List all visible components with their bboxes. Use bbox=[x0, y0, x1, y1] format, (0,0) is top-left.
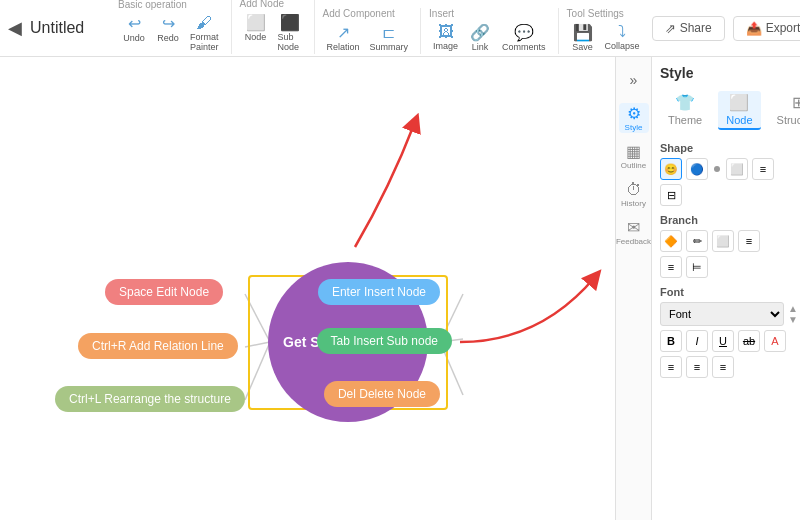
image-icon: 🖼 bbox=[438, 23, 454, 41]
font-section-label: Font bbox=[660, 286, 792, 298]
undo-label: Undo bbox=[123, 33, 145, 43]
align-left-btn[interactable]: ≡ bbox=[660, 356, 682, 378]
redo-label: Redo bbox=[157, 33, 179, 43]
shape-btn-1[interactable]: 😊 bbox=[660, 158, 682, 180]
branch-btn-4[interactable]: ≡ bbox=[738, 230, 760, 252]
format-painter-icon: 🖌 bbox=[196, 14, 212, 32]
toolbar-group-add-node: Add Node⬜Node⬛Sub Node bbox=[232, 0, 315, 54]
undo-icon: ↩ bbox=[128, 14, 141, 33]
summary-icon: ⊏ bbox=[382, 23, 395, 42]
shape-btn-5[interactable]: ⊟ bbox=[660, 184, 682, 206]
image-label: Image bbox=[433, 41, 458, 51]
panel-content: Style 👕 Theme ⬜ Node ⊞ bbox=[652, 57, 800, 520]
font-select[interactable]: Font Arial Times New Roman bbox=[660, 302, 784, 326]
header-actions: ⇗ Share 📤 Export bbox=[652, 16, 800, 41]
canvas[interactable]: Get Started Quickly Space Edit Node Ctrl… bbox=[0, 57, 615, 520]
toolbar-group-label: Insert bbox=[429, 8, 454, 19]
node-icon: ⬜ bbox=[246, 13, 266, 32]
bold-btn[interactable]: B bbox=[660, 330, 682, 352]
branch-btn-1[interactable]: 🔶 bbox=[660, 230, 682, 252]
strikethrough-btn[interactable]: ab bbox=[738, 330, 760, 352]
shape-btn-2[interactable]: 🔵 bbox=[686, 158, 708, 180]
align-right-btn[interactable]: ≡ bbox=[712, 356, 734, 378]
right-node-3[interactable]: Del Delete Node bbox=[324, 381, 440, 407]
shape-section-label: Shape bbox=[660, 142, 792, 154]
share-button[interactable]: ⇗ Share bbox=[652, 16, 725, 41]
save-label: Save bbox=[572, 42, 593, 52]
style-sidebar-icon[interactable]: ⚙ Style bbox=[619, 103, 649, 133]
sub-node-icon: ⬛ bbox=[280, 13, 300, 32]
branch-btn-6[interactable]: ⊨ bbox=[686, 256, 708, 278]
shape-btn-3[interactable]: ⬜ bbox=[726, 158, 748, 180]
feedback-sidebar-icon[interactable]: ✉ Feedback bbox=[619, 217, 649, 247]
underline-btn[interactable]: U bbox=[712, 330, 734, 352]
left-node-1[interactable]: Space Edit Node bbox=[105, 279, 223, 305]
relation-label: Relation bbox=[327, 42, 360, 52]
app-title: Untitled bbox=[30, 19, 110, 37]
toolbar-item-link[interactable]: 🔗Link bbox=[464, 21, 496, 54]
sub-node-label: Sub Node bbox=[278, 32, 302, 52]
back-button[interactable]: ◀ bbox=[8, 17, 22, 39]
toolbar-item-format-painter[interactable]: 🖌Format Painter bbox=[186, 12, 223, 54]
link-label: Link bbox=[472, 42, 489, 52]
toolbar-item-collapse[interactable]: ⤵Collapse bbox=[601, 21, 644, 54]
toolbar-item-node[interactable]: ⬜Node bbox=[240, 11, 272, 54]
history-sidebar-icon[interactable]: ⏱ History bbox=[619, 179, 649, 209]
toolbar-group-insert: Insert🖼Image🔗Link💬Comments bbox=[421, 8, 559, 54]
shape-row: 😊 🔵 ⬜ ≡ ⊟ bbox=[660, 158, 792, 206]
toolbar-item-summary[interactable]: ⊏Summary bbox=[366, 21, 413, 54]
format-row: B I U ab A bbox=[660, 330, 792, 352]
shape-btn-4[interactable]: ≡ bbox=[752, 158, 774, 180]
panel-tabs: 👕 Theme ⬜ Node ⊞ Structure bbox=[660, 91, 792, 130]
summary-label: Summary bbox=[370, 42, 409, 52]
export-icon: 📤 bbox=[746, 21, 762, 36]
outline-sidebar-icon[interactable]: ▦ Outline bbox=[619, 141, 649, 171]
font-color-btn[interactable]: A bbox=[764, 330, 786, 352]
toolbar-item-sub-node[interactable]: ⬛Sub Node bbox=[274, 11, 306, 54]
toolbar-group-label: Add Node bbox=[240, 0, 284, 9]
toolbar-group-tool-settings: Tool Settings💾Save⤵Collapse bbox=[559, 8, 652, 54]
relation-icon: ↗ bbox=[337, 23, 350, 42]
left-node-2[interactable]: Ctrl+R Add Relation Line bbox=[78, 333, 238, 359]
tab-theme[interactable]: 👕 Theme bbox=[660, 91, 710, 130]
toolbar-group-add-component: Add Component↗Relation⊏Summary bbox=[315, 8, 422, 54]
right-panel: » ⚙ Style ▦ Outline ⏱ History ✉ Feedback… bbox=[615, 57, 800, 520]
toolbar-item-comments[interactable]: 💬Comments bbox=[498, 21, 550, 54]
link-icon: 🔗 bbox=[470, 23, 490, 42]
toolbar-item-image[interactable]: 🖼Image bbox=[429, 21, 462, 54]
save-icon: 💾 bbox=[573, 23, 593, 42]
align-row: ≡ ≡ ≡ bbox=[660, 356, 792, 378]
branch-row-2: ≡ ⊨ bbox=[660, 256, 792, 278]
tab-structure[interactable]: ⊞ Structure bbox=[769, 91, 800, 130]
collapse-label: Collapse bbox=[605, 41, 640, 51]
panel-title: Style bbox=[660, 65, 792, 81]
toolbar-group-basic-operation: Basic operation↩Undo↪Redo🖌Format Painter bbox=[110, 0, 232, 54]
toolbar-item-undo[interactable]: ↩Undo bbox=[118, 12, 150, 54]
right-node-2[interactable]: Tab Insert Sub node bbox=[317, 328, 452, 354]
format-painter-label: Format Painter bbox=[190, 32, 219, 52]
branch-section-label: Branch bbox=[660, 214, 792, 226]
export-button[interactable]: 📤 Export bbox=[733, 16, 800, 41]
left-node-3[interactable]: Ctrl+L Rearrange the structure bbox=[55, 386, 245, 412]
branch-btn-5[interactable]: ≡ bbox=[660, 256, 682, 278]
toolbar-item-relation[interactable]: ↗Relation bbox=[323, 21, 364, 54]
italic-btn[interactable]: I bbox=[686, 330, 708, 352]
comments-label: Comments bbox=[502, 42, 546, 52]
toolbar-group-label: Basic operation bbox=[118, 0, 187, 10]
branch-btn-2[interactable]: ✏ bbox=[686, 230, 708, 252]
branch-btn-3[interactable]: ⬜ bbox=[712, 230, 734, 252]
right-node-1[interactable]: Enter Insert Node bbox=[318, 279, 440, 305]
comments-icon: 💬 bbox=[514, 23, 534, 42]
toolbar-item-redo[interactable]: ↪Redo bbox=[152, 12, 184, 54]
font-row: Font Arial Times New Roman ▲▼ ▲▼ bbox=[660, 302, 792, 326]
collapse-panel-button[interactable]: » bbox=[619, 65, 649, 95]
panel-sidebar: » ⚙ Style ▦ Outline ⏱ History ✉ Feedback bbox=[616, 57, 652, 520]
align-center-btn[interactable]: ≡ bbox=[686, 356, 708, 378]
toolbar-group-label: Add Component bbox=[323, 8, 395, 19]
tab-node[interactable]: ⬜ Node bbox=[718, 91, 760, 130]
toolbar-group-label: Tool Settings bbox=[567, 8, 624, 19]
collapse-icon: ⤵ bbox=[618, 23, 626, 41]
share-icon: ⇗ bbox=[665, 21, 676, 36]
export-label: Export bbox=[766, 21, 800, 35]
toolbar-item-save[interactable]: 💾Save bbox=[567, 21, 599, 54]
